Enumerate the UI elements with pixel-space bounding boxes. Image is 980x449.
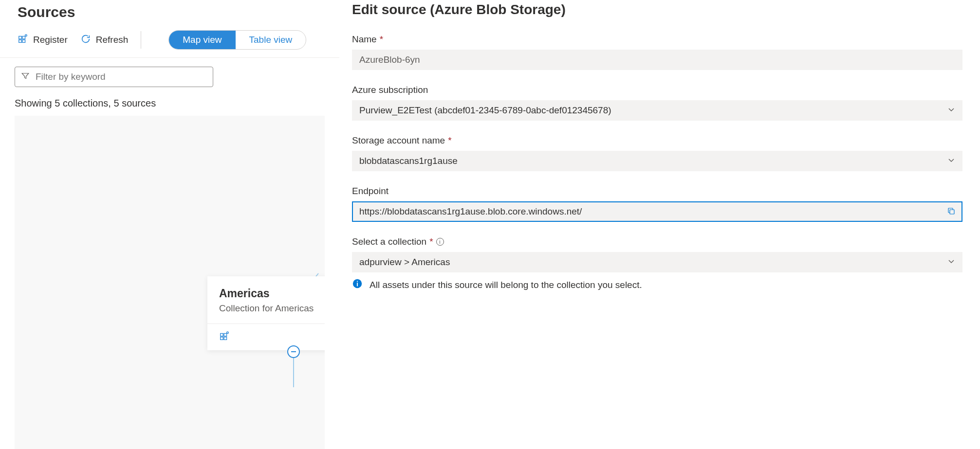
collection-label: Select a collection — [352, 236, 426, 247]
page-title: Sources — [18, 4, 322, 20]
copy-endpoint-button[interactable] — [946, 206, 957, 218]
name-field: AzureBlob-6yn — [352, 50, 962, 70]
name-value: AzureBlob-6yn — [359, 54, 955, 65]
register-label: Register — [33, 35, 68, 45]
copy-icon — [947, 207, 956, 217]
info-icon[interactable]: i — [436, 238, 444, 246]
filter-icon — [21, 72, 30, 82]
filter-input-wrapper[interactable] — [15, 67, 213, 87]
collapse-node-button[interactable] — [287, 345, 300, 358]
connector-stub-icon — [293, 358, 294, 387]
svg-rect-11 — [950, 210, 954, 214]
collection-dropdown[interactable]: adpurview > Americas — [352, 252, 962, 272]
collection-card-title: Americas — [219, 287, 325, 300]
collection-value: adpurview > Americas — [359, 257, 947, 268]
collection-grid-icon — [219, 331, 230, 343]
map-canvas[interactable]: Americas Collection for Americas View — [15, 116, 325, 449]
filter-input[interactable] — [36, 72, 207, 82]
endpoint-field[interactable]: https://blobdatascans1rg1ause.blob.core.… — [352, 201, 962, 222]
svg-rect-14 — [357, 281, 358, 282]
subscription-value: Purview_E2ETest (abcdef01-2345-6789-0abc… — [359, 105, 947, 116]
minus-icon — [290, 348, 297, 355]
panel-title: Edit source (Azure Blob Storage) — [352, 2, 962, 18]
storage-account-dropdown[interactable]: blobdatascans1rg1ause — [352, 151, 962, 171]
register-grid-icon — [18, 34, 28, 47]
storage-value: blobdatascans1rg1ause — [359, 156, 947, 166]
edit-source-panel: Edit source (Azure Blob Storage) Name * … — [339, 0, 980, 449]
info-solid-icon — [352, 278, 363, 291]
register-button[interactable]: Register — [18, 34, 68, 47]
storage-label: Storage account name — [352, 135, 445, 146]
svg-rect-1 — [22, 36, 25, 39]
map-view-button[interactable]: Map view — [169, 31, 235, 49]
refresh-icon — [80, 34, 91, 47]
svg-rect-3 — [22, 39, 25, 42]
collection-card-subtitle: Collection for Americas — [219, 303, 325, 314]
collection-helper-text: All assets under this source will belong… — [370, 280, 642, 290]
endpoint-label: Endpoint — [352, 186, 388, 197]
toolbar: Register Refresh Map view Table view — [0, 30, 339, 58]
endpoint-value: https://blobdatascans1rg1ause.blob.core.… — [359, 206, 946, 217]
svg-rect-7 — [221, 337, 223, 340]
svg-rect-13 — [357, 283, 358, 286]
svg-point-9 — [227, 332, 229, 334]
name-label: Name — [352, 34, 377, 45]
collection-card[interactable]: Americas Collection for Americas View — [207, 276, 325, 350]
required-indicator: * — [429, 236, 433, 247]
svg-rect-2 — [19, 39, 22, 42]
toolbar-separator — [141, 31, 141, 49]
required-indicator: * — [380, 34, 383, 45]
subscription-label: Azure subscription — [352, 85, 428, 95]
chevron-down-icon — [947, 156, 955, 166]
required-indicator: * — [448, 135, 451, 146]
svg-point-4 — [25, 34, 27, 36]
subscription-dropdown[interactable]: Purview_E2ETest (abcdef01-2345-6789-0abc… — [352, 100, 962, 121]
refresh-label: Refresh — [96, 35, 129, 45]
results-summary: Showing 5 collections, 5 sources — [0, 87, 339, 116]
svg-rect-5 — [221, 334, 223, 337]
sources-pane: Sources Register Refresh Map view Table … — [0, 0, 339, 449]
chevron-down-icon — [947, 257, 955, 268]
view-toggle: Map view Table view — [168, 30, 306, 50]
table-view-button[interactable]: Table view — [236, 31, 306, 49]
chevron-down-icon — [947, 105, 955, 116]
svg-rect-0 — [19, 36, 22, 39]
svg-rect-6 — [224, 334, 227, 337]
refresh-button[interactable]: Refresh — [80, 34, 129, 47]
svg-rect-8 — [224, 337, 227, 340]
